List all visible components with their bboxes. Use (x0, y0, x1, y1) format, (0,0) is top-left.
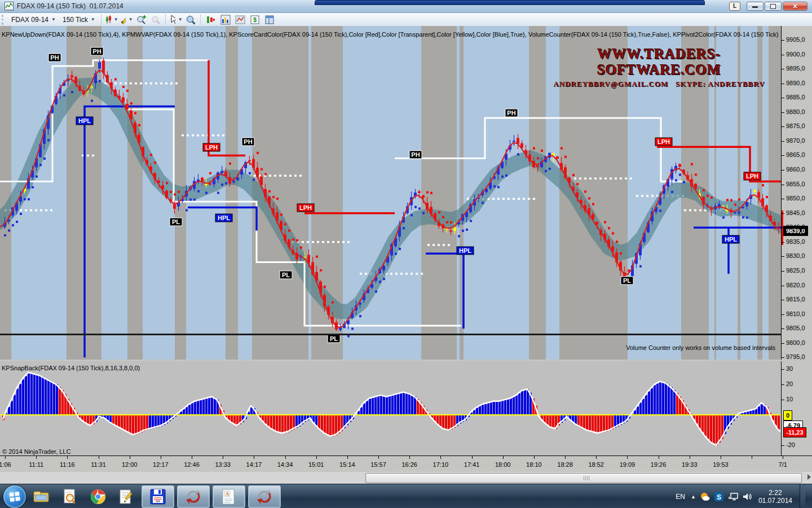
svg-text:PH: PH (411, 151, 420, 158)
chart-trader-button[interactable] (204, 14, 218, 26)
show-desktop-button[interactable] (800, 484, 805, 508)
taskbar-notepad[interactable] (114, 485, 139, 508)
network-tray-icon[interactable] (728, 492, 738, 502)
svg-text:PH: PH (92, 48, 101, 55)
svg-text:PL: PL (623, 277, 631, 284)
link-window-button[interactable]: L (729, 2, 740, 11)
clock-date: 01.07.2014 (758, 497, 792, 505)
price-axis[interactable]: 9839,0 0 -6,79 -11,23 9905,09900,09895,0… (782, 26, 812, 446)
svg-text:HPL: HPL (218, 214, 230, 221)
tray-expand-icon[interactable]: ▲ (691, 494, 696, 500)
svg-text:HPL: HPL (459, 247, 471, 254)
close-button[interactable]: ✕ (783, 2, 807, 11)
toolbar-separator (101, 15, 102, 25)
svg-text:-64-: -64- (155, 500, 161, 503)
svg-text:HPL: HPL (78, 117, 91, 124)
indicators-icon (220, 15, 231, 25)
oscillator-panel[interactable] (0, 361, 782, 456)
scroll-right-arrow[interactable] (807, 474, 811, 480)
svg-text:PL: PL (172, 218, 180, 225)
panel-splitter[interactable] (0, 334, 812, 335)
draw-icon (120, 15, 126, 25)
time-axis[interactable]: 1:0611:1111:1611:3112:0012:1712:4613:331… (0, 456, 812, 472)
interval-label: 150 Tick (63, 16, 88, 24)
start-button[interactable] (3, 485, 26, 508)
strategies-icon (235, 15, 245, 25)
clock[interactable]: 2:22 01.07.2014 (758, 489, 792, 505)
svg-text:LPH: LPH (299, 204, 312, 211)
drawing-tools-button[interactable]: ▼ (119, 14, 134, 26)
account-button[interactable]: $ (248, 14, 262, 26)
cursor-button[interactable]: ▼ (169, 14, 183, 26)
taskbar-app-ninjatrader[interactable] (177, 485, 210, 508)
chevron-down-icon: ▼ (129, 17, 133, 22)
taskbar-app-document[interactable]: A (213, 485, 245, 508)
oscillator-parameters-text: KPSnapBack(FDAX 09-14 (150 Tick),8,16,3,… (2, 365, 140, 371)
strategies-button[interactable] (233, 14, 248, 26)
volume-tray-icon[interactable] (742, 492, 752, 502)
chart-style-icon (105, 15, 111, 25)
chart-style-button[interactable]: ▼ (104, 14, 119, 26)
restore-button[interactable] (765, 2, 782, 11)
interval-dropdown[interactable]: 150 Tick ▼ (59, 14, 99, 25)
toolbar-grip[interactable] (2, 15, 6, 25)
volume-counter-note: Volume Counter only works on volume base… (626, 344, 775, 351)
chart-window-icon (5, 2, 14, 11)
svg-text:PL: PL (330, 335, 338, 342)
weather-tray-icon[interactable] (700, 492, 710, 502)
taskbar-app-ninjatrader-2[interactable] (248, 485, 281, 508)
taskbar-app-floppy[interactable]: -64- (142, 485, 174, 508)
zoom-in-icon (136, 15, 146, 25)
instrument-dropdown[interactable]: FDAX 09-14 ▼ (8, 14, 59, 25)
properties-button[interactable] (262, 14, 277, 26)
windows-logo-icon (8, 491, 21, 503)
indicators-button[interactable] (218, 14, 233, 26)
svg-text:LPH: LPH (746, 173, 758, 179)
floppy-app-icon: -64- (149, 488, 166, 505)
svg-text:S: S (717, 493, 721, 501)
search-icon (62, 488, 78, 505)
chart-trader-icon (206, 15, 216, 25)
properties-icon (264, 15, 275, 25)
account-icon: $ (250, 15, 260, 25)
background-window-edge[interactable] (315, 0, 705, 5)
chevron-down-icon: ▼ (51, 17, 56, 22)
svg-text:$: $ (253, 16, 257, 23)
language-indicator[interactable]: EN (674, 493, 687, 501)
chart-region: PHPHPHPHPHPLPLPLPLLPHLPHLPHLPHHPLHPLHPLH… (0, 26, 781, 484)
oscillator-hist-badge: -11,23 (783, 427, 806, 437)
zoom-in-button[interactable] (134, 14, 148, 26)
pointer-icon (169, 15, 175, 25)
taskbar-search-viewer[interactable] (58, 485, 82, 508)
zoom-out-icon (151, 15, 161, 25)
svg-text:A: A (226, 491, 230, 497)
svg-text:LPH: LPH (205, 144, 218, 151)
copyright-text: © 2014 NinjaTrader, LLC (2, 448, 70, 455)
databox-button[interactable] (183, 14, 198, 26)
ninjatrader-icon (256, 488, 273, 505)
zoom-out-button[interactable] (148, 14, 163, 26)
svg-text:PH: PH (244, 138, 252, 145)
system-tray: EN ▲ S 2:22 01.07.2014 (674, 484, 805, 508)
skype-tray-icon[interactable]: S (714, 492, 724, 502)
taskbar-explorer[interactable] (29, 485, 54, 508)
window-title: FDAX 09-14 (150 Tick) 01.07.2014 (17, 2, 123, 10)
taskbar: -64- A EN ▲ (0, 484, 812, 508)
minimize-button[interactable] (747, 2, 764, 11)
oscillator-zero-badge: 0 (783, 410, 792, 421)
chart-scrollbar (0, 472, 812, 484)
indicator-parameters-text: KPNewUpDown(FDAX 09-14 (150 Tick),4), KP… (2, 31, 779, 38)
scrollbar-thumb[interactable] (365, 473, 802, 483)
window-titlebar[interactable]: FDAX 09-14 (150 Tick) 01.07.2014 L ✕ (0, 0, 812, 13)
instrument-label: FDAX 09-14 (11, 16, 48, 24)
chevron-down-icon: ▼ (114, 17, 118, 22)
chevron-down-icon: ▼ (91, 17, 95, 22)
clock-time: 2:22 (758, 489, 792, 497)
svg-text:PL: PL (282, 271, 290, 278)
taskbar-chrome[interactable] (86, 485, 111, 508)
svg-text:PH: PH (50, 54, 59, 61)
chrome-icon (90, 488, 107, 505)
desktop: FDAX 09-14 (150 Tick) 01.07.2014 L ✕ FDA… (0, 0, 812, 508)
svg-text:HPL: HPL (725, 236, 737, 243)
price-chart-panel[interactable]: PHPHPHPHPHPLPLPLPLLPHLPHLPHLPHHPLHPLHPLH… (0, 26, 782, 360)
